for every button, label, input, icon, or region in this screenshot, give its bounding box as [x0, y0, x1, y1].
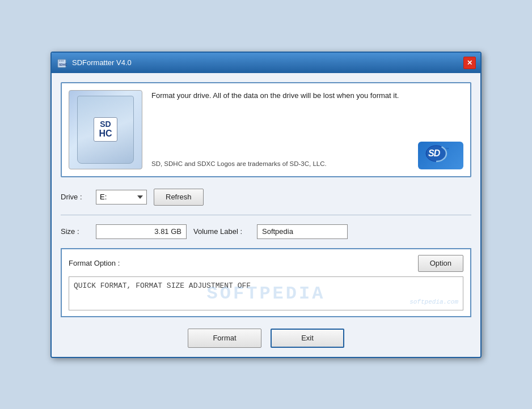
divider [61, 215, 471, 215]
volume-label-field[interactable] [257, 224, 348, 239]
drive-select[interactable]: E: F: G: [96, 190, 147, 204]
svg-rect-1 [59, 59, 60, 62]
sd-logo-inner: SD ™ [418, 142, 463, 169]
application-window: SDHC SDFormatter V4.0 ✕ SD HC Format you… [50, 52, 482, 358]
info-section: SD HC Format your drive. All of the data… [61, 82, 471, 177]
drive-label: Drive : [61, 193, 89, 201]
svg-rect-2 [61, 59, 62, 62]
sd-card-image: SD HC [69, 90, 142, 169]
window-content: SD HC Format your drive. All of the data… [52, 73, 480, 357]
refresh-button[interactable]: Refresh [154, 189, 204, 206]
window-title: SDFormatter V4.0 [72, 58, 132, 67]
format-button[interactable]: Format [188, 329, 261, 348]
sd-card-inner: SD HC [77, 96, 134, 164]
exit-button[interactable]: Exit [271, 329, 344, 348]
svg-text:SD: SD [428, 148, 441, 158]
bottom-buttons: Format Exit [61, 326, 471, 348]
sd-logo: SD ™ [418, 142, 463, 169]
sd-card-label: SD HC [94, 117, 117, 142]
size-section: Size : Volume Label : [61, 224, 471, 239]
info-bottom: SD, SDHC and SDXC Logos are trademarks o… [151, 142, 463, 169]
svg-rect-3 [62, 59, 64, 62]
hc-text: HC [99, 129, 112, 139]
info-main-text: Format your drive. All of the data on th… [151, 90, 463, 142]
format-option-header: Format Option : Option [69, 255, 463, 272]
title-bar-left: SDHC SDFormatter V4.0 [56, 57, 132, 69]
size-label: Size : [61, 227, 89, 236]
trademark-text: SD, SDHC and SDXC Logos are trademarks o… [151, 159, 327, 169]
watermark-sub: softpedia.com [409, 299, 458, 305]
title-bar: SDHC SDFormatter V4.0 ✕ [52, 53, 480, 73]
svg-text:SDHC: SDHC [59, 63, 67, 66]
app-icon: SDHC [56, 57, 67, 69]
volume-label: Volume Label : [193, 227, 250, 236]
sd-text: SD [99, 120, 112, 129]
size-field [96, 224, 187, 239]
format-option-text-area: QUICK FORMAT, FORMAT SIZE ADJUSTMENT OFF… [69, 276, 463, 310]
format-option-section: Format Option : Option QUICK FORMAT, FOR… [61, 248, 471, 317]
info-text-area: Format your drive. All of the data on th… [151, 90, 463, 169]
drive-section: Drive : E: F: G: Refresh [61, 186, 471, 208]
format-option-label: Format Option : [69, 259, 120, 267]
format-option-text: QUICK FORMAT, FORMAT SIZE ADJUSTMENT OFF [74, 282, 251, 290]
option-button[interactable]: Option [418, 255, 463, 272]
svg-text:™: ™ [445, 147, 449, 151]
close-button[interactable]: ✕ [463, 57, 476, 69]
